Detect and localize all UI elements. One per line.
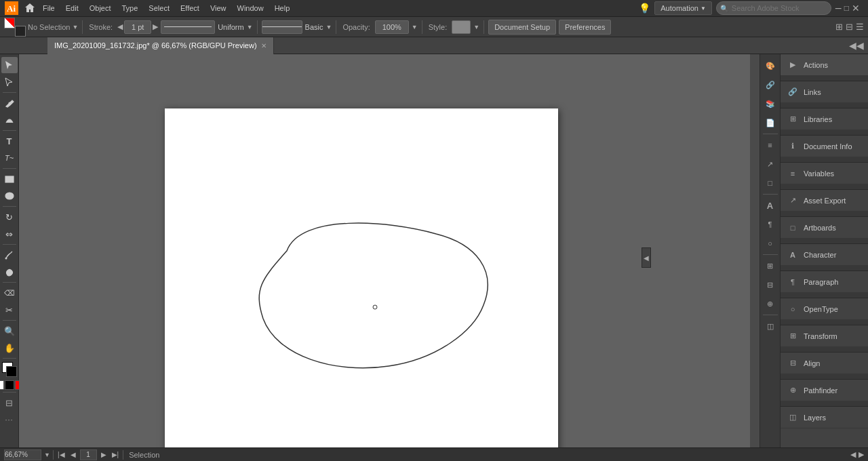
menu-view[interactable]: View	[205, 3, 231, 14]
panel-icon-paint[interactable]: 🎨	[762, 57, 779, 75]
automation-button[interactable]: Automation ▼	[654, 1, 712, 15]
blob-brush-tool[interactable]	[1, 264, 18, 280]
menu-type[interactable]: Type	[117, 3, 143, 14]
fill-dropdown-icon[interactable]: ▼	[72, 24, 78, 31]
style-chevron[interactable]: ▼	[473, 24, 479, 31]
menu-object[interactable]: Object	[85, 3, 116, 14]
panel-row-paragraph[interactable]: ¶ Paragraph	[781, 271, 868, 293]
pen-tool[interactable]	[1, 95, 18, 111]
arrange-objects-button[interactable]: ⊟	[1, 395, 18, 411]
panel-icon-doc[interactable]: 📄	[762, 114, 779, 132]
close-button[interactable]: ✕	[852, 3, 860, 14]
status-prev-icon[interactable]: ◀	[850, 450, 856, 459]
more-tools-button[interactable]: ···	[1, 412, 18, 428]
panel-row-opentype[interactable]: ○ OpenType	[781, 298, 868, 320]
menu-help[interactable]: Help	[270, 3, 295, 14]
panel-icon-para[interactable]: ¶	[762, 216, 779, 233]
white-swatch[interactable]	[0, 380, 4, 390]
panel-row-actions[interactable]: ▶ Actions	[781, 54, 868, 76]
panel-icon-ot[interactable]: ○	[762, 235, 779, 252]
panel-row-layers[interactable]: ◫ Layers	[781, 407, 868, 428]
panel-icon-lib[interactable]: 📚	[762, 95, 779, 113]
paintbrush-tool[interactable]	[1, 247, 18, 263]
arrange-icon3[interactable]: ☰	[856, 22, 864, 32]
panel-row-align[interactable]: ⊟ Align	[781, 353, 868, 374]
tab-close-button[interactable]: ✕	[261, 42, 267, 49]
next-page-button[interactable]: ▶	[100, 451, 108, 458]
curvature-tool[interactable]	[1, 112, 18, 128]
ellipse-path[interactable]	[259, 223, 488, 368]
panel-icon-layers[interactable]: ◫	[762, 317, 779, 335]
discover-icon[interactable]: 💡	[639, 3, 650, 14]
rotate-tool[interactable]: ↻	[1, 209, 18, 225]
selection-tool[interactable]	[1, 57, 18, 73]
menu-effect[interactable]: Effect	[176, 3, 204, 14]
profile-style-box[interactable]	[262, 20, 302, 34]
opacity-input[interactable]	[375, 20, 409, 34]
panel-row-links[interactable]: 🔗 Links	[781, 81, 868, 103]
right-panel-collapse-button[interactable]: ◀	[642, 247, 651, 268]
page-input[interactable]	[80, 449, 97, 460]
menu-window[interactable]: Window	[233, 3, 269, 14]
panel-icon-align[interactable]: ⊟	[762, 276, 779, 294]
black-swatch[interactable]	[5, 380, 14, 390]
eraser-tool[interactable]: ⌫	[1, 285, 18, 301]
direct-selection-tool[interactable]	[1, 74, 18, 90]
maximize-button[interactable]: □	[844, 3, 849, 13]
arrange-icon2[interactable]: ⊟	[846, 22, 853, 32]
status-next-icon[interactable]: ▶	[859, 450, 864, 459]
minimize-button[interactable]: –	[835, 2, 842, 14]
zoom-input[interactable]	[4, 449, 41, 460]
rectangle-tool[interactable]	[1, 171, 18, 187]
panel-collapse-button[interactable]: ◀◀	[845, 40, 868, 51]
background-swatch[interactable]	[6, 366, 17, 377]
panel-row-pathfinder[interactable]: ⊕ Pathfinder	[781, 380, 868, 401]
profile-chevron[interactable]: ▼	[326, 24, 332, 31]
panel-row-variables[interactable]: ≡ Variables	[781, 163, 868, 184]
style-swatch[interactable]	[452, 20, 471, 34]
stroke-swatch[interactable]	[15, 26, 26, 37]
document-setup-button[interactable]: Document Setup	[488, 20, 556, 35]
scissors-tool[interactable]: ✂	[1, 302, 18, 318]
panel-row-character[interactable]: A Character	[781, 244, 868, 266]
panel-icon-link2[interactable]: 🔗	[762, 76, 779, 94]
arrange-icon1[interactable]: ⊞	[835, 22, 843, 32]
panel-row-artboards[interactable]: □ Artboards	[781, 217, 868, 239]
canvas-vertical-scrollbar[interactable]	[750, 54, 760, 452]
menu-select[interactable]: Select	[144, 3, 174, 14]
first-page-button[interactable]: |◀	[56, 451, 66, 458]
prev-page-button[interactable]: ◀	[69, 451, 77, 458]
type-on-path-tool[interactable]: T~	[1, 150, 18, 166]
document-tab[interactable]: IMG_20201009_161732.jpg* @ 66,67% (RGB/G…	[47, 37, 274, 54]
last-page-button[interactable]: ▶|	[111, 451, 121, 458]
panel-row-transform[interactable]: ⊞ Transform	[781, 325, 868, 347]
search-stock-input[interactable]	[716, 1, 831, 15]
reflect-tool[interactable]: ⇔	[1, 226, 18, 242]
panel-row-document-info[interactable]: ℹ Document Info	[781, 136, 868, 157]
ellipse-tool[interactable]	[1, 188, 18, 204]
stroke-width-input[interactable]	[124, 20, 151, 34]
panel-row-asset-export[interactable]: ↗ Asset Export	[781, 190, 868, 212]
opacity-chevron[interactable]: ▼	[412, 24, 418, 31]
panel-icon-artboard[interactable]: □	[762, 174, 779, 192]
zoom-dropdown-icon[interactable]: ▼	[44, 452, 50, 458]
panel-icon-var[interactable]: ≡	[762, 136, 779, 154]
stroke-line-preview	[164, 26, 212, 27]
preferences-button[interactable]: Preferences	[559, 20, 611, 35]
panel-icon-export[interactable]: ↗	[762, 155, 779, 173]
home-icon[interactable]	[23, 1, 37, 15]
hand-tool[interactable]: ✋	[1, 340, 18, 356]
panel-row-libraries[interactable]: ⊞ Libraries	[781, 108, 868, 130]
zoom-tool[interactable]: 🔍	[1, 323, 18, 339]
menu-edit[interactable]: Edit	[61, 3, 83, 14]
fill-swatch[interactable]	[4, 18, 15, 28]
stroke-type-chevron[interactable]: ▼	[247, 24, 253, 31]
stroke-up-arrow[interactable]: ◀	[117, 22, 123, 31]
panel-icon-path[interactable]: ⊕	[762, 295, 779, 313]
stroke-line-style[interactable]	[161, 20, 215, 34]
stroke-down-arrow[interactable]: ▶	[153, 22, 158, 31]
panel-icon-char[interactable]: A	[762, 197, 779, 214]
panel-icon-transform[interactable]: ⊞	[762, 257, 779, 275]
type-tool[interactable]: T	[1, 133, 18, 149]
menu-file[interactable]: File	[38, 3, 60, 14]
